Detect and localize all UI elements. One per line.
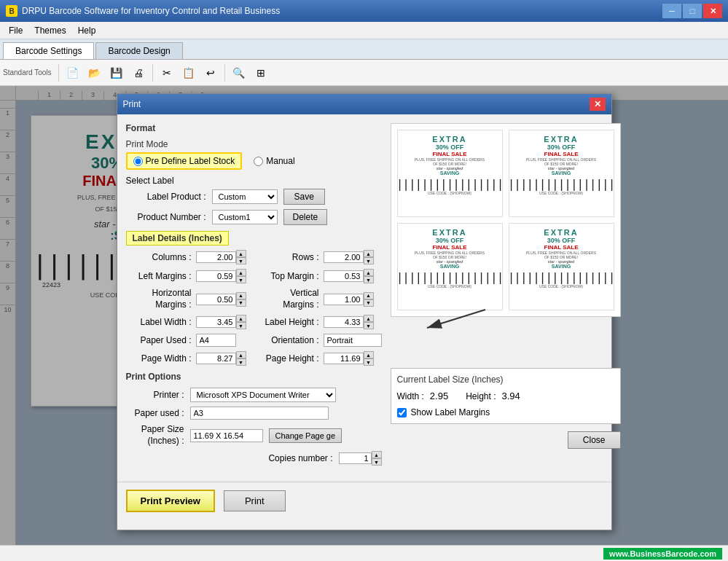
manual-radio-option[interactable]: Manual: [254, 156, 294, 166]
label-height-down[interactable]: ▼: [364, 322, 374, 329]
close-window-button[interactable]: ✕: [703, 4, 722, 18]
top-margin-spinner[interactable]: ▲ ▼: [324, 269, 374, 283]
horizontal-margins-spinner[interactable]: ▲ ▼: [196, 292, 246, 307]
rows-down[interactable]: ▼: [364, 257, 374, 264]
page-width-input[interactable]: [196, 353, 236, 364]
label-height-up[interactable]: ▲: [364, 315, 374, 322]
height-value: 3.94: [502, 391, 520, 401]
page-height-up[interactable]: ▲: [364, 351, 374, 358]
left-margins-down[interactable]: ▼: [236, 276, 246, 283]
label-product-label: Label Product :: [126, 192, 206, 202]
paper-used2-input[interactable]: [190, 407, 329, 420]
manual-radio[interactable]: [254, 157, 263, 166]
print-preview-button[interactable]: Print Preview: [126, 490, 215, 512]
menu-themes[interactable]: Themes: [28, 24, 71, 37]
columns-label: Columns :: [126, 252, 192, 262]
open-button[interactable]: 📂: [85, 63, 105, 83]
width-value: 2.95: [430, 391, 448, 401]
orientation-input[interactable]: [324, 334, 382, 347]
horizontal-margins-input[interactable]: [196, 294, 236, 305]
page-height-spinner[interactable]: ▲ ▼: [324, 351, 374, 366]
page-width-down[interactable]: ▼: [236, 358, 246, 366]
predefine-radio[interactable]: [133, 157, 143, 166]
print-mode-label: Print Mode: [126, 139, 382, 149]
copies-input[interactable]: [339, 452, 372, 464]
columns-down[interactable]: ▼: [236, 257, 246, 264]
copy-button[interactable]: 📋: [179, 63, 199, 83]
columns-spinner[interactable]: ▲ ▼: [196, 250, 246, 264]
print-dialog-overlay: Print ✕ Format Print Mode: [0, 86, 728, 545]
print-button-dialog[interactable]: Print: [224, 490, 286, 511]
vertical-margins-input[interactable]: [324, 294, 364, 305]
height-label: Height :: [466, 391, 496, 401]
predefine-radio-option[interactable]: Pre Define Label Stock: [126, 152, 243, 170]
copies-down[interactable]: ▼: [372, 458, 382, 466]
label-width-spinner[interactable]: ▲ ▼: [196, 315, 246, 329]
left-margins-spinner[interactable]: ▲ ▼: [196, 269, 246, 283]
page-height-label: Page Height :: [254, 353, 319, 364]
show-margins-checkbox[interactable]: [397, 408, 407, 417]
top-margin-down[interactable]: ▼: [364, 276, 374, 283]
menu-file[interactable]: File: [3, 24, 28, 37]
title-bar: B DRPU Barcode Software for Inventory Co…: [0, 0, 728, 22]
tab-barcode-settings[interactable]: Barcode Settings: [3, 42, 94, 59]
print-button[interactable]: 🖨: [128, 63, 149, 83]
main-area: 1 2 3 4 5 6 7 8 1 2 3 4 5 6: [0, 86, 728, 545]
rows-input[interactable]: [324, 251, 364, 263]
cut-button[interactable]: ✂: [157, 63, 177, 83]
top-margin-up[interactable]: ▲: [364, 269, 374, 276]
save-button[interactable]: 💾: [106, 63, 127, 83]
label-product-select[interactable]: Custom: [212, 189, 278, 204]
change-page-button[interactable]: Change Page ge: [269, 428, 343, 443]
copies-spinner[interactable]: ▲ ▼: [339, 451, 382, 466]
printer-select[interactable]: Microsoft XPS Document Writer: [190, 388, 336, 402]
delete-label-button[interactable]: Delete: [283, 209, 328, 225]
arrow-annotation: [405, 306, 493, 335]
label-height-input[interactable]: [324, 316, 364, 328]
tab-barcode-design[interactable]: Barcode Design: [95, 42, 182, 59]
horizontal-margins-down[interactable]: ▼: [236, 299, 246, 307]
rows-label: Rows :: [254, 252, 319, 262]
horizontal-margins-up[interactable]: ▲: [236, 292, 246, 299]
page-width-up[interactable]: ▲: [236, 351, 246, 358]
footer-buttons: Print Preview Print: [117, 482, 611, 519]
rows-spinner[interactable]: ▲ ▼: [324, 250, 374, 264]
vertical-margins-up[interactable]: ▲: [364, 292, 374, 299]
page-width-spinner[interactable]: ▲ ▼: [196, 351, 246, 366]
website-url: www.BusinessBarcode.com: [603, 548, 722, 560]
menu-help[interactable]: Help: [72, 24, 102, 37]
label-width-up[interactable]: ▲: [236, 315, 246, 322]
left-margins-label: Left Margins :: [126, 271, 192, 281]
product-number-select[interactable]: Custom1: [212, 210, 278, 224]
page-height-down[interactable]: ▼: [364, 358, 374, 366]
paper-used-input[interactable]: [196, 334, 236, 347]
status-bar: www.BusinessBarcode.com: [0, 545, 728, 561]
zoom-button[interactable]: 🔍: [229, 63, 249, 83]
manual-label: Manual: [266, 156, 294, 166]
vertical-margins-down[interactable]: ▼: [364, 299, 374, 307]
close-button[interactable]: Close: [568, 431, 621, 449]
label-width-input[interactable]: [196, 316, 236, 328]
maximize-button[interactable]: □: [683, 4, 702, 18]
left-margins-up[interactable]: ▲: [236, 269, 246, 276]
save-label-button[interactable]: Save: [283, 189, 325, 205]
top-margin-input[interactable]: [324, 270, 364, 282]
undo-button[interactable]: ↩: [200, 63, 221, 83]
printer-label: Printer :: [126, 390, 184, 400]
rows-up[interactable]: ▲: [364, 250, 374, 257]
page-height-input[interactable]: [324, 353, 364, 364]
paper-used2-label: Paper used :: [126, 408, 184, 418]
copies-up[interactable]: ▲: [372, 451, 382, 458]
new-button[interactable]: 📄: [63, 63, 83, 83]
left-margins-input[interactable]: [196, 270, 236, 282]
columns-up[interactable]: ▲: [236, 250, 246, 257]
label-height-label: Label Height :: [254, 317, 319, 327]
paper-size-input[interactable]: [190, 429, 263, 442]
minimize-button[interactable]: ─: [662, 4, 681, 18]
columns-input[interactable]: [196, 251, 236, 263]
label-height-spinner[interactable]: ▲ ▼: [324, 315, 374, 329]
vertical-margins-spinner[interactable]: ▲ ▼: [324, 292, 374, 307]
dialog-close-button[interactable]: ✕: [590, 98, 606, 111]
label-width-down[interactable]: ▼: [236, 322, 246, 329]
grid-button[interactable]: ⊞: [251, 63, 271, 83]
